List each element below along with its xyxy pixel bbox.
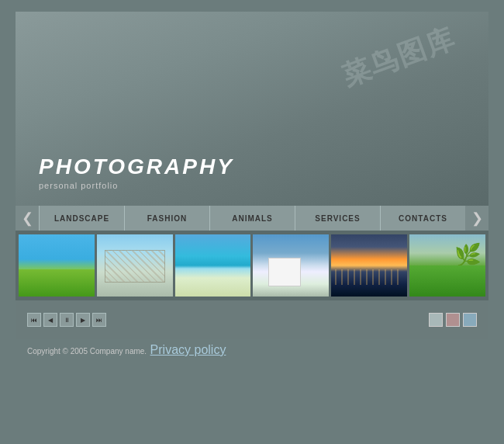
- swatch-rose[interactable]: [446, 313, 460, 327]
- thumb-inner-1: [19, 234, 95, 297]
- nav-item-contacts[interactable]: CONTACTS: [380, 206, 465, 231]
- thumbnail-2[interactable]: [97, 234, 173, 297]
- controls-bar: ⏮ ◀ ⏸ ▶ ⏭: [16, 300, 488, 339]
- nav-next-arrow[interactable]: ❯: [465, 206, 488, 231]
- thumbnail-3[interactable]: [175, 234, 251, 297]
- thumb-inner-5: [331, 234, 407, 297]
- thumb-inner-3: [175, 234, 251, 297]
- color-swatches: [429, 313, 477, 327]
- hero-text: PHOTOGRAPHY personal portfolio: [39, 154, 234, 190]
- ctrl-last-button[interactable]: ⏭: [92, 313, 106, 327]
- ctrl-first-button[interactable]: ⏮: [27, 313, 41, 327]
- nav-item-animals[interactable]: ANIMALS: [209, 206, 295, 231]
- footer-privacy-link[interactable]: Privacy policy: [150, 343, 226, 356]
- hero-section: PHOTOGRAPHY personal portfolio: [16, 12, 488, 206]
- nav-item-landscape[interactable]: LANDSCAPE: [39, 206, 124, 231]
- hero-title: PHOTOGRAPHY: [39, 154, 234, 179]
- swatch-blue[interactable]: [463, 313, 477, 327]
- nav-item-fashion[interactable]: FASHION: [124, 206, 209, 231]
- nav-bar: ❮ LANDSCAPE FASHION ANIMALS SERVICES CON…: [16, 206, 488, 231]
- thumb-inner-6: [409, 234, 485, 297]
- footer: Copyright © 2005 Company name. Privacy p…: [16, 343, 488, 357]
- ctrl-prev-button[interactable]: ◀: [43, 313, 57, 327]
- swatch-grey[interactable]: [429, 313, 443, 327]
- ctrl-play-button[interactable]: ▶: [76, 313, 90, 327]
- nav-prev-arrow[interactable]: ❮: [16, 206, 39, 231]
- nav-items: LANDSCAPE FASHION ANIMALS SERVICES CONTA…: [39, 206, 465, 231]
- thumbnail-5[interactable]: [331, 234, 407, 297]
- thumb-inner-4: [253, 234, 329, 297]
- thumbnail-6[interactable]: [409, 234, 485, 297]
- page-wrapper: PHOTOGRAPHY personal portfolio ❮ LANDSCA…: [0, 0, 504, 444]
- ctrl-pause-button[interactable]: ⏸: [60, 313, 74, 327]
- footer-copyright: Copyright © 2005 Company name.: [27, 347, 147, 356]
- hero-subtitle: personal portfolio: [39, 181, 234, 190]
- thumbnail-4[interactable]: [253, 234, 329, 297]
- thumbnail-strip: [16, 231, 488, 300]
- thumb-inner-2: [97, 234, 173, 297]
- nav-item-services[interactable]: SERVICES: [295, 206, 380, 231]
- playback-controls: ⏮ ◀ ⏸ ▶ ⏭: [27, 313, 106, 327]
- thumbnail-1[interactable]: [19, 234, 95, 297]
